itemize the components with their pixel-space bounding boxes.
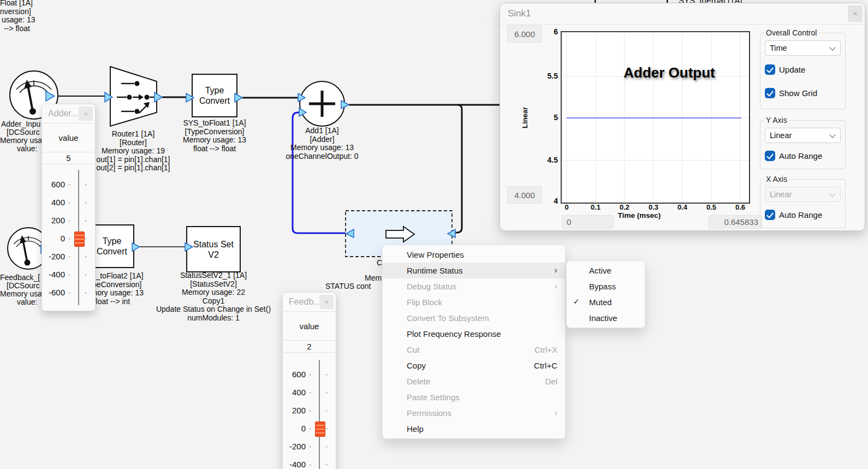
plot-grid <box>562 32 749 203</box>
submenu-item-bypass[interactable]: Bypass <box>567 278 645 294</box>
submenu-item-active[interactable]: Active <box>567 263 645 278</box>
gauge2-label: Feedback_[ <box>0 273 40 282</box>
adder-block[interactable] <box>298 81 349 126</box>
chevron-down-icon <box>829 44 835 50</box>
app-canvas: Float [1A] nversion] usage: 13 --> float… <box>0 0 868 469</box>
y-scale-rotated-label: Linear <box>521 103 529 133</box>
panel-titlebar[interactable]: Feedb... × <box>283 293 336 312</box>
status-set-text: Status Set V2 <box>187 227 240 272</box>
x-min-box: 0 <box>562 215 614 229</box>
tick-label: 600 <box>283 370 306 379</box>
panel-title: Feedb... <box>289 297 321 307</box>
value-label: value <box>42 123 95 152</box>
y-tick: 6 <box>539 27 558 36</box>
x-auto-range-row[interactable]: Auto Range <box>765 210 841 220</box>
adder-slider-panel: Adder... × value 5 600 400 200 0 -200 -4… <box>41 104 96 311</box>
hidden-label-fragment: C <box>377 258 382 267</box>
menu-item-cut: CutCtrl+X <box>383 342 565 358</box>
submenu-arrow-icon: › <box>554 265 557 276</box>
submenu-item-muted[interactable]: ✓ Muted <box>567 294 645 310</box>
close-icon[interactable]: × <box>319 295 334 309</box>
menu-item-help[interactable]: Help <box>383 421 565 437</box>
menu-item-view-properties[interactable]: View Properties <box>383 247 565 263</box>
y-axis-group: Y Axis Linear Auto Range <box>760 116 846 169</box>
wire-branch-dashed-block <box>455 105 462 233</box>
window-title: Sink1 <box>508 8 531 19</box>
submenu-item-inactive[interactable]: Inactive <box>567 310 645 326</box>
value-field[interactable]: 5 <box>42 152 95 164</box>
plot-title: Adder Output <box>609 64 729 81</box>
sink1-window: Sink1 × 6.000 4.000 Linear Adder Output … <box>500 3 865 231</box>
shortcut-label: Ctrl+X <box>534 345 557 354</box>
group-legend: Overall Control <box>764 28 819 37</box>
submenu-arrow-icon: › <box>554 281 557 292</box>
close-icon[interactable]: × <box>848 5 863 22</box>
y-auto-range-row[interactable]: Auto Range <box>765 151 841 161</box>
output-port <box>341 100 349 109</box>
menu-item-runtime-status[interactable]: Runtime Status› <box>383 263 565 278</box>
router-block[interactable] <box>105 67 162 126</box>
menu-item-permissions: Permissions› <box>383 405 565 421</box>
shortcut-label: Del <box>545 377 557 386</box>
shortcut-label: Ctrl+C <box>534 361 557 370</box>
gauge1-label: Adder_Inpu <box>1 120 40 128</box>
slider-handle[interactable] <box>74 231 85 247</box>
panel-titlebar[interactable]: Adder... × <box>42 104 95 123</box>
submenu-arrow-icon: › <box>554 407 557 418</box>
chevron-down-icon <box>829 132 835 138</box>
x-tick: 0 <box>557 203 576 211</box>
output-port <box>154 92 162 102</box>
group-legend: X Axis <box>764 175 789 183</box>
close-icon[interactable]: × <box>79 106 93 121</box>
value-field[interactable]: 2 <box>283 341 336 353</box>
router-labels: Router1 [1A][Router] Memory usage: 19out… <box>87 130 180 173</box>
slider-handle[interactable] <box>315 421 325 437</box>
update-checkbox-row[interactable]: Update <box>765 64 841 75</box>
context-menu: View Properties Runtime Status› Debug St… <box>382 245 566 439</box>
type-convert1-text: Type Convert <box>192 74 237 117</box>
y-max-box: 6.000 <box>507 25 542 43</box>
memory-label-fragment: Mem <box>365 274 382 282</box>
menu-item-paste-settings: Paste Settings <box>383 389 565 405</box>
clipped-block-label-topleft: Float [1A] nversion] usage: 13 --> float <box>0 0 35 33</box>
type-convert2-text: Type Convert <box>90 225 134 268</box>
checkbox-checked-icon[interactable] <box>765 88 775 98</box>
status-label-fragment: STATUS cont <box>325 282 371 290</box>
runtime-status-submenu: Active Bypass ✓ Muted Inactive <box>566 260 645 328</box>
checkbox-checked-icon[interactable] <box>765 151 775 161</box>
checkmark-icon: ✓ <box>573 297 580 306</box>
checkbox-checked-icon[interactable] <box>765 210 775 220</box>
menu-item-debug-status: Debug Status› <box>383 278 565 294</box>
feedback-slider-panel: Feedb... × value 2 600 400 200 0 -200 -4… <box>282 292 336 469</box>
menu-item-plot-frequency-response[interactable]: Plot Frequency Response <box>383 326 565 342</box>
plot-area <box>561 31 750 204</box>
checkbox-checked-icon[interactable] <box>765 64 775 75</box>
overall-control-group: Overall Control Time Update Show Grid <box>760 28 846 109</box>
y-min-box: 4.000 <box>507 186 542 204</box>
chevron-down-icon <box>829 191 835 197</box>
menu-item-convert-to-subsystem: Convert To Subsystem <box>383 310 565 326</box>
tc1-labels: SYS_toFloat1 [1A][TypeConversion] Memory… <box>168 119 261 153</box>
menu-item-copy[interactable]: CopyCtrl+C <box>383 358 565 373</box>
window-titlebar[interactable]: Sink1 × <box>500 3 865 25</box>
menu-item-flip-block: Flip Block <box>383 294 565 310</box>
panel-title: Adder... <box>48 109 78 118</box>
status-set-labels: StatusSetV2_1 [1A][StatusSetV2] Memory u… <box>142 271 284 323</box>
value-label: value <box>283 312 336 341</box>
tick-label: 600 <box>42 180 65 189</box>
x-max-box: 0.645833 <box>709 215 762 229</box>
y-scale-dropdown[interactable]: Linear <box>765 128 841 143</box>
x-scale-dropdown: Linear <box>765 187 841 202</box>
menu-item-delete: DeleteDel <box>383 373 565 389</box>
group-legend: Y Axis <box>764 116 789 124</box>
adder-labels: Add1 [1A][Adder] Memory usage: 13oneChan… <box>270 127 374 161</box>
show-grid-checkbox-row[interactable]: Show Grid <box>765 88 841 98</box>
x-axis-group: X Axis Linear Auto Range <box>760 175 846 228</box>
x-axis-label: Time (msec) <box>609 211 669 219</box>
domain-dropdown[interactable]: Time <box>765 40 841 56</box>
